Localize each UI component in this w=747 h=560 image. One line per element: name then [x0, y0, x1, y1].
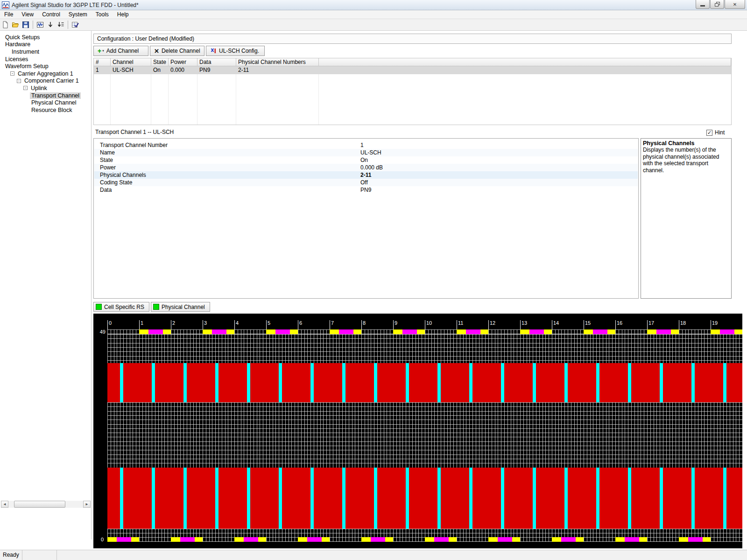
reference-signal-row: [107, 329, 742, 334]
resource-grid: 49 0 012345678910111213141516171819: [93, 314, 742, 548]
rs-pattern-segment: [212, 329, 226, 334]
property-value[interactable]: On: [360, 157, 368, 163]
rs-pattern-segment: [139, 329, 148, 334]
menu-tools[interactable]: Tools: [92, 10, 113, 19]
sidebar-item-carrier-aggregation-1[interactable]: -Carrier Aggregation 1: [0, 70, 91, 77]
add-channel-button[interactable]: +▾ Add Channel: [93, 46, 148, 56]
property-value[interactable]: PN9: [360, 187, 371, 193]
column-header-data[interactable]: Data: [197, 58, 236, 66]
column-header-state[interactable]: State: [151, 58, 169, 66]
ruler-tick: [393, 320, 394, 329]
sidebar-item-physical-channel[interactable]: Physical Channel: [0, 99, 91, 106]
property-value[interactable]: 2-11: [360, 172, 371, 178]
delete-channel-button[interactable]: ✕ Delete Channel: [150, 46, 204, 56]
property-value[interactable]: 0.000 dB: [360, 164, 383, 171]
scrollbar-thumb[interactable]: [14, 501, 65, 508]
close-button[interactable]: ✕: [725, 0, 745, 9]
download-sequence-icon[interactable]: [56, 20, 66, 29]
property-value[interactable]: UL-SCH: [360, 149, 381, 156]
menu-file[interactable]: File: [0, 10, 17, 19]
menu-system[interactable]: System: [64, 10, 92, 19]
column-separator: [110, 66, 111, 125]
rs-pattern-segment: [498, 537, 512, 542]
collapse-toggle-icon[interactable]: -: [10, 71, 14, 76]
column-header-power[interactable]: Power: [169, 58, 197, 66]
open-file-icon[interactable]: [10, 20, 21, 29]
cell-physical_channels: 2-11: [236, 67, 251, 73]
menu-view[interactable]: View: [17, 10, 38, 19]
reference-signal-stripe: [437, 468, 441, 529]
column-header-physical-channel-numbers[interactable]: Physical Channel Numbers: [236, 58, 319, 66]
column-header-channel[interactable]: Channel: [111, 58, 151, 66]
ruler-label: 5: [268, 320, 270, 326]
allocation-band: [107, 468, 742, 529]
rs-pattern-segment: [488, 537, 498, 542]
ulsch-config-button[interactable]: UL-SCH Config.: [206, 46, 265, 56]
column-header-[interactable]: #: [94, 58, 111, 66]
sidebar-item-licenses[interactable]: Licenses: [0, 56, 91, 63]
cell-channel: UL-SCH: [111, 67, 135, 73]
ruler-tick: [234, 320, 235, 329]
property-row-physical-channels[interactable]: Physical Channels2-11: [94, 171, 638, 179]
legend-cell-specific-rs[interactable]: Cell Specific RS: [93, 302, 149, 312]
ruler-tick: [520, 320, 521, 329]
collapse-toggle-icon[interactable]: -: [17, 79, 21, 83]
rs-pattern-segment: [290, 329, 298, 334]
ruler-tick: [711, 320, 711, 329]
minimize-button[interactable]: [696, 0, 710, 9]
sidebar-item-component-carrier-1[interactable]: -Component Carrier 1: [0, 77, 91, 85]
property-row-data[interactable]: DataPN9: [94, 186, 638, 194]
sidebar-item-resource-block[interactable]: Resource Block: [0, 106, 91, 114]
report-check-icon[interactable]: [70, 20, 80, 29]
reference-signal-stripe: [215, 363, 218, 402]
property-value[interactable]: Off: [360, 179, 368, 186]
rs-pattern-segment: [671, 329, 679, 334]
rs-pattern-segment: [258, 537, 266, 542]
property-row-power[interactable]: Power0.000 dB: [94, 164, 638, 171]
sidebar-item-transport-channel[interactable]: Transport Channel: [0, 92, 91, 99]
property-row-transport-channel-number[interactable]: Transport Channel Number1: [94, 141, 638, 149]
rs-pattern-segment: [529, 329, 544, 334]
reference-signal-stripe: [628, 363, 631, 402]
sidebar-item-hardware[interactable]: Hardware: [0, 41, 91, 49]
window-title: Agilent Signal Studio for 3GPP LTE FDD -…: [12, 2, 139, 8]
property-value[interactable]: 1: [360, 142, 364, 148]
scroll-left-arrow-icon[interactable]: ◄: [1, 501, 8, 508]
waveform-generate-icon[interactable]: [35, 20, 45, 29]
rs-pattern-segment: [275, 329, 290, 334]
configuration-bar: Configuration : User Defined (Modified): [93, 34, 732, 44]
menu-help[interactable]: Help: [113, 10, 133, 19]
restore-button[interactable]: [710, 0, 724, 9]
rs-pattern-segment: [656, 329, 671, 334]
reference-signal-stripe: [533, 363, 536, 402]
sidebar-item-waveform-setup[interactable]: Waveform Setup: [0, 63, 91, 70]
property-row-coding-state[interactable]: Coding StateOff: [94, 179, 638, 186]
property-row-state[interactable]: StateOn: [94, 156, 638, 164]
menu-control[interactable]: Control: [38, 10, 64, 19]
hint-toggle[interactable]: ✓ Hint: [706, 129, 725, 136]
scroll-right-arrow-icon[interactable]: ►: [83, 501, 91, 508]
reference-signal-stripe: [437, 363, 441, 402]
tree-item-label: Licenses: [4, 56, 29, 63]
allocation-band: [107, 363, 742, 402]
cell-num: 1: [94, 67, 101, 73]
reference-signal-stripe: [691, 468, 695, 529]
scrollbar-track[interactable]: [8, 501, 83, 508]
rs-pattern-segment: [607, 329, 615, 334]
property-label: Coding State: [100, 179, 132, 186]
empty-resource-rows: [107, 529, 742, 537]
rs-pattern-segment: [148, 329, 163, 334]
save-file-icon[interactable]: [21, 20, 31, 29]
sidebar-item-uplink[interactable]: -Uplink: [0, 84, 91, 92]
property-row-name[interactable]: NameUL-SCH: [94, 149, 638, 156]
channel-table-row[interactable]: 1UL-SCHOn0.000PN92-11: [94, 66, 731, 74]
reference-signal-stripe: [501, 363, 504, 402]
new-document-icon[interactable]: [0, 20, 10, 29]
sidebar-item-instrument[interactable]: Instrument: [0, 48, 91, 56]
hint-checkbox-icon[interactable]: ✓: [706, 130, 712, 136]
tree-item-label: Quick Setups: [4, 34, 41, 41]
collapse-toggle-icon[interactable]: -: [23, 86, 28, 90]
sidebar-item-quick-setups[interactable]: Quick Setups: [0, 34, 91, 41]
legend-physical-channel[interactable]: Physical Channel: [151, 302, 210, 312]
download-waveform-icon[interactable]: [45, 20, 56, 29]
